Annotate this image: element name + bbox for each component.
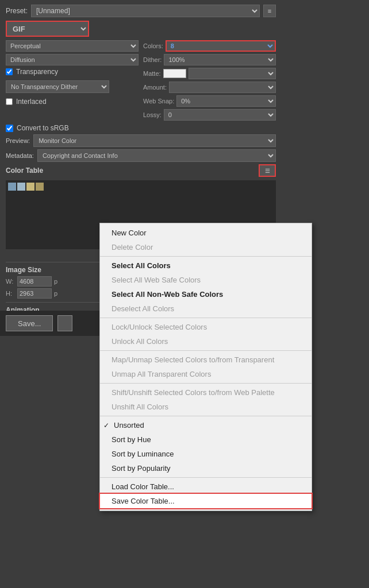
preset-row: Preset: [Unnamed] ≡ — [6, 5, 276, 17]
matte-label: Matte: — [143, 70, 161, 77]
web-snap-row: Web Snap: 0% — [143, 95, 276, 107]
menu-item-lock-unlock: Lock/Unlock Selected Colors — [100, 320, 312, 334]
interlaced-label: Interlaced — [16, 98, 47, 106]
width-label: W: — [6, 278, 15, 285]
transparency-checkbox[interactable] — [6, 68, 13, 75]
lossy-row: Lossy: 0 — [143, 109, 276, 121]
left-column: Perceptual Diffusion Transparency No Tra… — [6, 40, 139, 121]
menu-separator — [100, 416, 312, 416]
dither-method-select[interactable]: Diffusion — [6, 54, 139, 65]
dither-select[interactable]: 100% — [164, 54, 276, 65]
transparency-label: Transparency — [16, 68, 58, 76]
convert-srgb-label: Convert to sRGB — [17, 124, 69, 132]
matte-color-swatch[interactable] — [163, 69, 186, 78]
interlaced-row: Interlaced — [6, 98, 139, 106]
menu-item-new-color[interactable]: New Color — [100, 226, 312, 240]
preview-select[interactable]: Monitor Color — [33, 134, 276, 147]
menu-item-unmap-all-transparent: Unmap All Transparent Colors — [100, 367, 312, 381]
preset-menu-button[interactable]: ≡ — [263, 5, 276, 17]
preview-row: Preview: Monitor Color — [6, 134, 276, 147]
menu-item-map-unmap: Map/Unmap Selected Colors to/from Transp… — [100, 353, 312, 367]
lossy-label: Lossy: — [143, 111, 162, 118]
color-swatch[interactable] — [17, 183, 25, 191]
amount-select[interactable] — [169, 82, 276, 93]
metadata-label: Metadata: — [6, 152, 34, 159]
menu-item-sort-by-hue[interactable]: Sort by Hue — [100, 432, 312, 447]
menu-separator — [100, 350, 312, 351]
preset-label: Preset: — [6, 7, 28, 15]
menu-item-unsorted[interactable]: Unsorted — [100, 418, 312, 432]
menu-item-unshift-all: Unshift All Colors — [100, 400, 312, 414]
amount-row: Amount: — [143, 82, 276, 93]
lossy-select[interactable]: 0 — [164, 109, 276, 121]
colors-row: Colors: 8 — [143, 40, 276, 52]
menu-item-deselect-all: Deselect All Colors — [100, 301, 312, 316]
color-swatch[interactable] — [36, 183, 44, 191]
convert-row: Convert to sRGB — [6, 124, 276, 132]
menu-item-save-color-table[interactable]: Save Color Table... — [100, 494, 312, 508]
color-table-header: Color Table ☰ — [6, 164, 276, 178]
format-row: GIF — [6, 21, 276, 37]
dither-label: Dither: — [143, 56, 162, 63]
colors-label: Colors: — [143, 42, 163, 49]
menu-item-load-color-table[interactable]: Load Color Table... — [100, 479, 312, 494]
menu-item-sort-by-luminance[interactable]: Sort by Luminance — [100, 447, 312, 461]
menu-item-unlock-all: Unlock All Colors — [100, 334, 312, 349]
menu-item-select-all-non-web-safe[interactable]: Select All Non-Web Safe Colors — [100, 287, 312, 301]
right-column: Colors: 8 Dither: 100% Matte: Amount: — [143, 40, 276, 121]
preview-label: Preview: — [6, 137, 30, 144]
menu-separator — [100, 318, 312, 318]
color-table-menu-button[interactable]: ☰ — [259, 164, 276, 177]
color-reduction-select[interactable]: Perceptual — [6, 40, 139, 52]
width-unit: p — [54, 278, 57, 285]
height-label: H: — [6, 290, 15, 297]
metadata-row: Metadata: Copyright and Contact Info — [6, 149, 276, 162]
menu-item-delete-color: Delete Color — [100, 240, 312, 254]
web-snap-select[interactable]: 0% — [176, 95, 276, 107]
menu-item-select-all-web-safe: Select All Web Safe Colors — [100, 273, 312, 287]
color-swatch[interactable] — [26, 183, 34, 191]
menu-item-sort-by-popularity[interactable]: Sort by Popularity — [100, 461, 312, 475]
colors-select[interactable]: 8 — [166, 40, 276, 52]
menu-item-select-all-colors[interactable]: Select All Colors — [100, 258, 312, 273]
table-menu-icon: ☰ — [265, 168, 270, 174]
cancel-button[interactable] — [57, 315, 72, 331]
width-input[interactable] — [17, 276, 52, 287]
web-snap-label: Web Snap: — [143, 98, 174, 105]
height-unit: p — [54, 290, 57, 297]
menu-separator — [100, 477, 312, 478]
preset-select[interactable]: [Unnamed] — [31, 5, 260, 17]
settings-grid: Perceptual Diffusion Transparency No Tra… — [6, 40, 276, 121]
height-input[interactable] — [17, 288, 52, 299]
dither-row: Dither: 100% — [143, 54, 276, 65]
interlaced-checkbox[interactable] — [6, 98, 13, 105]
metadata-select[interactable]: Copyright and Contact Info — [37, 149, 276, 162]
amount-label: Amount: — [143, 84, 167, 91]
matte-row: Matte: — [143, 68, 276, 79]
transparency-dither-row: No Transparency Dither — [6, 80, 139, 93]
convert-srgb-checkbox[interactable] — [6, 125, 13, 132]
save-button[interactable]: Save... — [6, 315, 53, 331]
menu-separator — [100, 383, 312, 384]
color-swatch[interactable] — [8, 183, 16, 191]
matte-dropdown[interactable] — [189, 68, 276, 79]
context-menu: New ColorDelete ColorSelect All ColorsSe… — [99, 223, 312, 511]
menu-icon: ≡ — [268, 7, 271, 14]
color-reduction-row: Perceptual — [6, 40, 139, 52]
color-table-title: Color Table — [6, 167, 43, 175]
format-select[interactable]: GIF — [6, 21, 89, 37]
transparency-row: Transparency — [6, 68, 139, 76]
menu-separator — [100, 256, 312, 257]
dither-method-row: Diffusion — [6, 54, 139, 65]
transparency-dither-select[interactable]: No Transparency Dither — [6, 80, 109, 93]
menu-item-shift-unshift: Shift/Unshift Selected Colors to/from We… — [100, 385, 312, 400]
